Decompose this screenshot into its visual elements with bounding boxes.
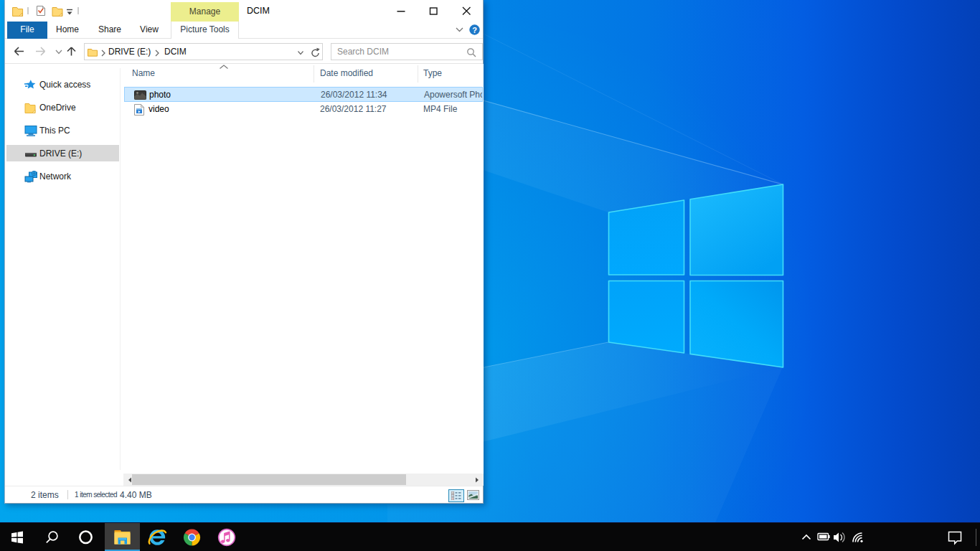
svg-text:?: ? [472, 26, 477, 34]
